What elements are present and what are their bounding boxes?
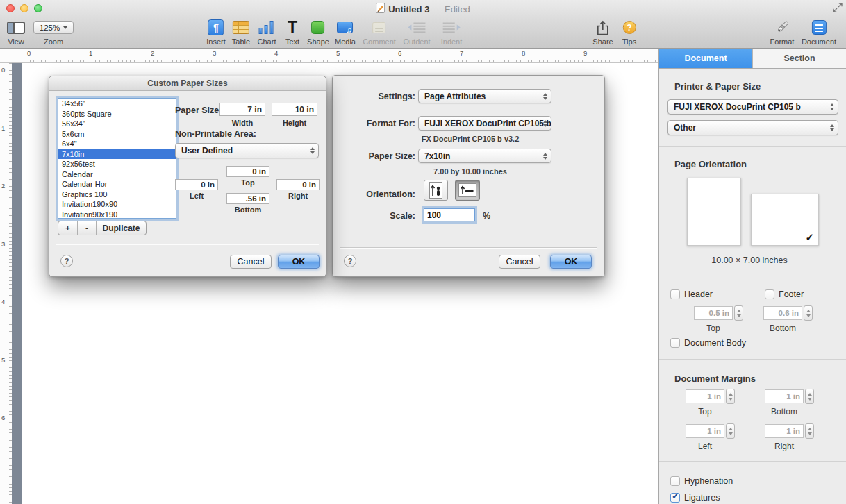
margin-top-field[interactable] (226, 166, 269, 177)
orientation-portrait-button[interactable] (424, 180, 448, 201)
text-icon: T (288, 19, 297, 35)
chart-label: Chart (258, 38, 276, 46)
view-label: View (8, 38, 24, 46)
margin-bottom-label: Bottom (760, 407, 808, 417)
comment-icon (373, 22, 386, 33)
hyphenation-checkbox[interactable] (670, 476, 680, 486)
popup-arrows-icon (310, 147, 315, 154)
format-label: Format (770, 38, 795, 46)
close-button[interactable] (6, 4, 15, 12)
footer-checkbox[interactable] (765, 289, 774, 299)
list-item[interactable]: 92x56test (58, 159, 176, 169)
format-for-dropdown[interactable]: FUJI XEROX DocuPrint CP105 b (418, 116, 551, 131)
ruler-number: 9 (583, 49, 587, 57)
popup-arrows-icon (830, 103, 834, 110)
ruler-number: 4 (1, 298, 5, 305)
height-field[interactable] (272, 103, 317, 116)
duplicate-button[interactable]: Duplicate (96, 221, 146, 235)
list-item[interactable]: Calendar (58, 169, 176, 180)
margin-left-label: Left (175, 192, 218, 200)
ruler-number: 6 (398, 49, 401, 57)
share-button[interactable]: Share (592, 19, 613, 46)
zoom-value: 125% (40, 24, 60, 32)
paper-size-value: Other (674, 123, 696, 133)
stepper-control (726, 423, 735, 439)
ok-button[interactable]: OK (278, 255, 320, 269)
view-icon (7, 22, 25, 34)
paper-size-list[interactable]: 34x56" 360pts Square 56x34" 5x6cm 6x4" 7… (58, 98, 176, 219)
chart-icon (259, 21, 274, 34)
tab-document[interactable]: Document (659, 49, 752, 68)
paper-dimensions-text: 7.00 by 10.00 inches (418, 167, 522, 176)
chart-button[interactable]: Chart (258, 19, 276, 46)
header-top-field (694, 306, 733, 320)
tips-icon: ? (623, 21, 636, 34)
table-icon (233, 21, 249, 34)
stepper-control (805, 389, 814, 404)
paper-size-dropdown[interactable]: 7x10in (418, 149, 551, 163)
cancel-button[interactable]: Cancel (499, 255, 540, 269)
header-label: Header (684, 289, 713, 299)
orientation-label: Orientation: (333, 190, 415, 199)
document-body-checkbox[interactable] (670, 338, 680, 348)
ok-button[interactable]: OK (550, 255, 592, 269)
ruler-number: 4 (274, 49, 278, 57)
help-button[interactable]: ? (60, 255, 73, 267)
paper-size-dropdown[interactable]: Other (667, 120, 838, 135)
list-item-selected[interactable]: 7x10in (58, 149, 176, 160)
list-item[interactable]: Invitation90x190 (58, 210, 176, 219)
printer-dropdown[interactable]: FUJI XEROX DocuPrint CP105 b (667, 99, 838, 115)
portrait-page-thumbnail[interactable] (687, 178, 741, 246)
zoom-dropdown[interactable]: 125% Zoom (33, 19, 74, 46)
header-checkbox[interactable] (670, 289, 680, 299)
orientation-landscape-button[interactable] (455, 180, 480, 201)
margin-bottom-field (765, 389, 804, 403)
list-item[interactable]: Graphics 100 (58, 190, 176, 200)
width-field[interactable] (219, 103, 265, 116)
margin-bottom-field[interactable] (226, 193, 269, 204)
insert-button[interactable]: ¶ Insert (206, 19, 226, 46)
table-button[interactable]: Table (232, 19, 250, 46)
printer-driver-text: FX DocuPrint CP105 b v3.2 (418, 135, 522, 143)
document-panel-button[interactable]: Document (802, 19, 836, 46)
cancel-button[interactable]: Cancel (230, 255, 272, 269)
margin-right-field[interactable] (276, 179, 320, 190)
margin-left-field (686, 424, 724, 438)
landscape-page-thumbnail[interactable]: ✓ (751, 194, 819, 246)
media-button[interactable]: ♫ Media (335, 19, 356, 46)
view-button[interactable]: View (7, 19, 25, 46)
list-item[interactable]: 34x56" (58, 99, 176, 109)
list-item[interactable]: 360pts Square (58, 109, 176, 119)
list-item[interactable]: Invitation190x90 (58, 199, 176, 210)
tips-button[interactable]: ? Tips (622, 19, 636, 46)
ruler-number: 0 (27, 49, 31, 57)
scale-input[interactable] (424, 208, 475, 221)
remove-paper-size-button[interactable]: - (77, 221, 96, 235)
list-item[interactable]: 5x6cm (58, 129, 176, 140)
text-button[interactable]: T Text (285, 19, 299, 46)
list-item[interactable]: Calendar Hor (58, 179, 176, 190)
list-item[interactable]: 6x4" (58, 139, 176, 149)
zoom-window-button[interactable] (34, 4, 42, 12)
margin-left-field[interactable] (175, 179, 218, 190)
insert-icon: ¶ (208, 19, 224, 35)
ligatures-checkbox[interactable]: ✓ (670, 493, 680, 503)
ruler-number: 5 (336, 49, 340, 57)
fullscreen-icon[interactable] (833, 3, 843, 15)
non-printable-area-label: Non-Printable Area: (175, 129, 256, 139)
help-button[interactable]: ? (344, 255, 356, 267)
tab-section[interactable]: Section (752, 49, 846, 68)
non-printable-area-dropdown[interactable]: User Defined (175, 143, 319, 158)
settings-dropdown[interactable]: Page Attributes (418, 89, 551, 103)
add-paper-size-button[interactable]: + (58, 221, 77, 235)
popup-arrows-icon (543, 153, 547, 160)
ruler-number: 2 (1, 182, 5, 190)
divider (56, 244, 319, 244)
format-button[interactable]: Format (770, 19, 795, 46)
stepper-control (734, 305, 743, 321)
list-item[interactable]: 56x34" (58, 119, 176, 129)
window-chrome: Untitled 3 — Edited View 125% Zoom ¶ Ins… (0, 0, 846, 49)
minimize-button[interactable] (20, 4, 28, 12)
tips-label: Tips (622, 38, 636, 46)
shape-button[interactable]: Shape (307, 19, 329, 46)
